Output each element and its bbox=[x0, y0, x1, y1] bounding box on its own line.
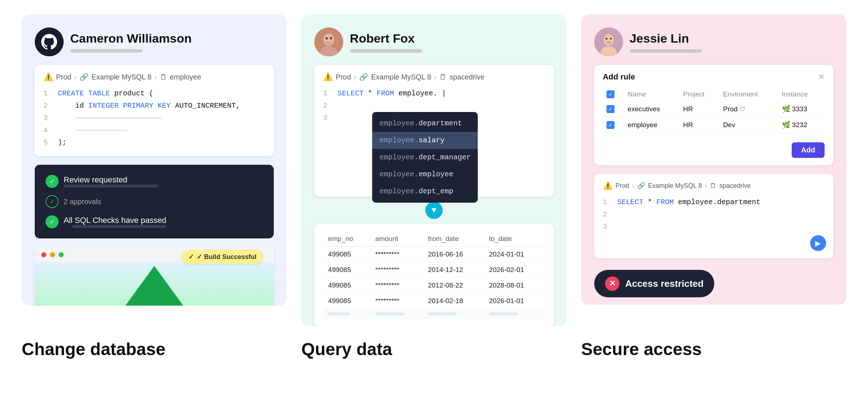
review-card: ✓ Review requested ✓ 2 approvals ✓ All S… bbox=[35, 165, 274, 238]
query-line-1: 1 SELECT * FROM employee. | bbox=[323, 87, 545, 100]
warn-icon-3: ⚠️ bbox=[603, 181, 613, 190]
add-button[interactable]: Add bbox=[792, 142, 825, 158]
section-titles: Change database Query data Secure access bbox=[22, 339, 846, 359]
card-query-data: Robert Fox ⚠️ Prod › 🔗 Example MySQL 8 ›… bbox=[301, 14, 566, 326]
card-secure-access: Jessie Lin Add rule ✕ ✓ Nam bbox=[581, 14, 846, 305]
section-title-2: Query data bbox=[301, 339, 566, 359]
ac-item-2-selected[interactable]: employee.salary bbox=[372, 132, 478, 149]
warn-icon-1: ⚠️ bbox=[43, 72, 53, 82]
col-emp-no: emp_no bbox=[323, 231, 370, 247]
bc-db-icon-1: 🔗 bbox=[80, 73, 89, 81]
column-query-data: Robert Fox ⚠️ Prod › 🔗 Example MySQL 8 ›… bbox=[301, 14, 566, 326]
table-row: 499085 ********* 2016-06-16 2024-01-01 bbox=[323, 247, 545, 262]
bc-table-2: spacedrive bbox=[450, 73, 485, 81]
svg-point-10 bbox=[605, 38, 607, 40]
col-check: ✓ bbox=[603, 87, 624, 101]
user-row-robert: Robert Fox bbox=[314, 27, 553, 56]
col-instance-header: Instance bbox=[778, 87, 825, 101]
jessie-name: Jessie Lin bbox=[630, 31, 702, 46]
query-line-2: 2 bbox=[323, 100, 545, 112]
svg-point-8 bbox=[604, 34, 614, 46]
review-bar-1 bbox=[64, 185, 158, 187]
access-restricted-badge: ✕ Access restricted bbox=[594, 270, 715, 297]
jessie-bar bbox=[630, 49, 702, 53]
bc-db-2: Example MySQL 8 bbox=[371, 73, 431, 81]
ac-item-1[interactable]: employee.department bbox=[372, 115, 478, 132]
user-info-robert: Robert Fox bbox=[350, 31, 422, 53]
col-env-header: Enviroment bbox=[719, 87, 778, 101]
table-row: 499085 ********* 2014-12-12 2026-02-01 bbox=[323, 262, 545, 278]
bc-prod-2: Prod bbox=[336, 73, 351, 81]
col-amount: amount bbox=[370, 231, 423, 247]
chevron-down-icon: ▼ bbox=[425, 202, 443, 219]
dot-red bbox=[41, 252, 46, 257]
results-table: emp_no amount from_date to_date 499085 *… bbox=[323, 231, 545, 319]
ac-item-5[interactable]: employee.dept_emp bbox=[372, 183, 478, 200]
check-outline-icon: ✓ bbox=[46, 195, 59, 208]
ac-item-4[interactable]: employee.employee bbox=[372, 166, 478, 183]
bc-sep-1: › bbox=[74, 73, 77, 81]
avatar-cameron bbox=[35, 27, 64, 56]
robert-name: Robert Fox bbox=[350, 31, 422, 46]
code-line-4: 4 ―――――――――――― bbox=[43, 124, 265, 137]
user-row-jessie: Jessie Lin bbox=[594, 27, 833, 56]
column-secure-access: Jessie Lin Add rule ✕ ✓ Nam bbox=[581, 14, 846, 326]
review-text-3: All SQL Checks have passed bbox=[64, 216, 166, 225]
query2-line-3: 3 bbox=[603, 221, 825, 233]
review-item-3: ✓ All SQL Checks have passed bbox=[46, 215, 263, 228]
tree-shape bbox=[125, 266, 183, 306]
user-info-jessie: Jessie Lin bbox=[630, 31, 702, 53]
autocomplete-dropdown: employee.department employee.salary empl… bbox=[372, 112, 478, 203]
add-rule-card: Add rule ✕ ✓ Name Project Enviroment Ins… bbox=[594, 65, 833, 165]
bc-table-1: employee bbox=[170, 73, 201, 81]
play-button[interactable]: ▶ bbox=[810, 235, 826, 251]
review-text-1: Review requested bbox=[64, 175, 158, 185]
bc-prod-3: Prod bbox=[616, 182, 629, 190]
rule-check-1[interactable]: ✓ bbox=[607, 105, 614, 113]
section-title-3: Secure access bbox=[581, 339, 846, 359]
user-info-cameron: Cameron Williamson bbox=[70, 31, 192, 53]
column-change-db: Cameron Williamson ⚠️ Prod › 🔗 Example M… bbox=[22, 14, 287, 326]
code-line-1: 1 CREATE TABLE product ( bbox=[43, 87, 265, 100]
code-line-5: 5 ); bbox=[43, 137, 265, 149]
avatar-jessie bbox=[594, 27, 623, 56]
add-rule-title: Add rule bbox=[603, 72, 635, 82]
query2-line-2: 2 bbox=[603, 208, 825, 221]
build-badge-text: ✓ Build Successful bbox=[197, 253, 256, 261]
review-item-1: ✓ Review requested bbox=[46, 175, 263, 188]
close-button[interactable]: ✕ bbox=[818, 72, 825, 82]
check-icon-3: ✓ bbox=[46, 215, 59, 228]
bc-sep-2: › bbox=[154, 73, 157, 81]
build-window: ✓ ✓ Build Successful bbox=[35, 247, 274, 306]
breadcrumb-1: ⚠️ Prod › 🔗 Example MySQL 8 › 🗒 employee bbox=[43, 72, 265, 82]
code-block-1: 1 CREATE TABLE product ( 2 id INTEGER PR… bbox=[43, 87, 265, 149]
review-item-2: ✓ 2 approvals bbox=[46, 195, 263, 208]
breadcrumb-2: ⚠️ Prod › 🔗 Example MySQL 8 › 🗒 spacedri… bbox=[323, 72, 545, 82]
col-from-date: from_date bbox=[423, 231, 484, 247]
query-card-bottom: ⚠️ Prod › 🔗 Example MySQL 8 › 🗒 spacedri… bbox=[594, 174, 833, 258]
connector-area: ▼ bbox=[314, 202, 553, 219]
user-row-cameron: Cameron Williamson bbox=[35, 27, 274, 56]
data-table-card: emp_no amount from_date to_date 499085 *… bbox=[314, 224, 553, 326]
query-code-block-2: 1 SELECT * FROM employee.department 2 3 bbox=[603, 196, 825, 251]
add-rule-header: Add rule ✕ bbox=[603, 72, 825, 82]
dot-green bbox=[59, 252, 64, 257]
breadcrumb-3: ⚠️ Prod › 🔗 Example MySQL 8 › 🗒 spacedri… bbox=[603, 181, 825, 190]
bc-db-3: Example MySQL 8 bbox=[648, 182, 702, 190]
ac-item-3[interactable]: employee.dept_manager bbox=[372, 149, 478, 166]
sql-editor-card: ⚠️ Prod › 🔗 Example MySQL 8 › 🗒 employee… bbox=[35, 65, 274, 156]
select-all-checkbox[interactable]: ✓ bbox=[607, 90, 614, 98]
bc-db-1: Example MySQL 8 bbox=[92, 73, 152, 81]
cameron-bar bbox=[70, 49, 142, 53]
review-bar-3 bbox=[72, 225, 166, 228]
access-x-icon: ✕ bbox=[605, 276, 620, 291]
rule-check-2[interactable]: ✓ bbox=[607, 121, 614, 129]
col-project-header: Project bbox=[680, 87, 720, 101]
cameron-name: Cameron Williamson bbox=[70, 31, 192, 46]
code-line-3: 3 ―――――――――――――――――――― bbox=[43, 112, 265, 124]
code-line-2: 2 id INTEGER PRIMARY KEY AUTO_INCREMENT, bbox=[43, 100, 265, 112]
warn-icon-2: ⚠️ bbox=[323, 72, 333, 82]
query2-line-1: 1 SELECT * FROM employee.department bbox=[603, 196, 825, 208]
bc-prod-1: Prod bbox=[56, 73, 71, 81]
build-badge: ✓ ✓ Build Successful bbox=[182, 250, 263, 264]
